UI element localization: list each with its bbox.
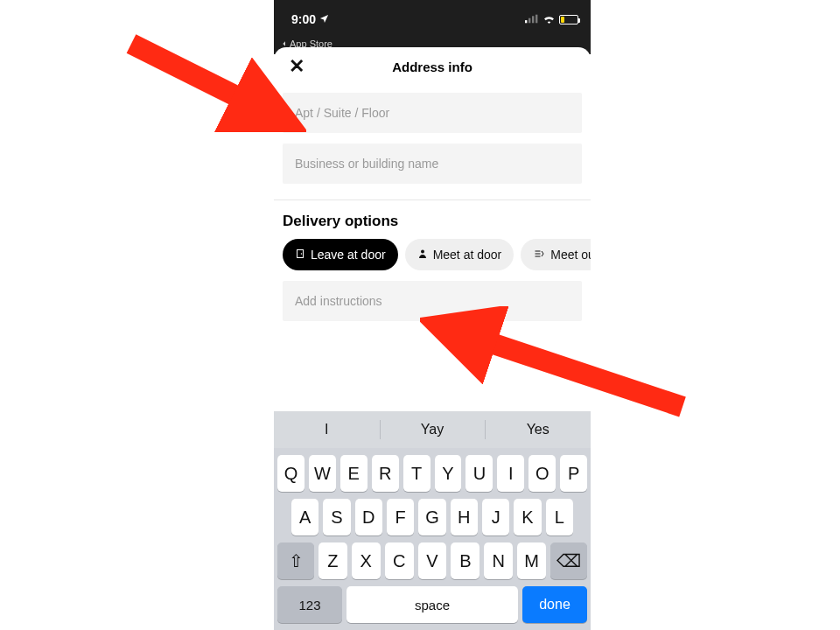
close-button[interactable]: ✕ [284,54,309,79]
location-arrow-icon [319,12,329,26]
svg-rect-1 [528,18,530,24]
outside-icon [533,248,545,262]
key-x[interactable]: X [352,542,381,579]
chevron-left-icon [281,40,288,47]
key-c[interactable]: C [385,542,414,579]
key-n[interactable]: N [484,542,513,579]
status-bar: 9:00 [274,0,591,38]
key-r[interactable]: R [372,455,399,492]
keyboard-suggestions: I Yay Yes [274,411,591,448]
apt-suite-floor-input[interactable] [283,93,582,133]
key-t[interactable]: T [403,455,430,492]
key-i[interactable]: I [497,455,524,492]
key-d[interactable]: D [355,499,382,536]
cellular-signal-icon [525,12,539,26]
suggestion-1[interactable]: I [274,411,380,448]
delivery-option-meet-outside[interactable]: Meet ou [521,239,591,270]
key-done[interactable]: done [522,586,587,623]
svg-rect-3 [536,15,537,24]
svg-rect-0 [525,20,527,23]
sheet-header: ✕ Address info [274,47,591,86]
backspace-icon: ⌫ [556,550,581,571]
keyboard-row-2: A S D F G H J K L [274,492,591,536]
delivery-options-row: Leave at door Meet at door Meet ou [274,239,591,281]
key-s[interactable]: S [323,499,350,536]
door-icon [295,248,305,262]
key-a[interactable]: A [291,499,318,536]
sheet-title: Address info [392,60,472,74]
key-y[interactable]: Y [435,455,462,492]
key-v[interactable]: V [418,542,447,579]
key-m[interactable]: M [517,542,546,579]
key-l[interactable]: L [546,499,573,536]
divider [274,200,591,200]
key-o[interactable]: O [528,455,556,492]
key-shift[interactable]: ⇧ [277,542,314,579]
key-space[interactable]: space [346,586,518,623]
keyboard-row-4: 123 space done [274,579,591,630]
suggestion-2[interactable]: Yay [380,411,486,448]
svg-point-5 [301,253,303,255]
address-fields [274,86,591,194]
key-z[interactable]: Z [318,542,347,579]
key-h[interactable]: H [451,499,478,536]
status-time: 9:00 [291,12,316,26]
phone-frame: 9:00 App Store [274,0,591,630]
key-w[interactable]: W [309,455,336,492]
svg-point-6 [421,249,424,253]
key-j[interactable]: J [482,499,509,536]
key-e[interactable]: E [340,455,368,492]
delivery-option-meet-at-door[interactable]: Meet at door [405,239,514,270]
wifi-icon [542,12,556,26]
shift-icon: ⇧ [289,550,304,571]
delivery-option-leave-at-door[interactable]: Leave at door [283,239,398,270]
key-b[interactable]: B [451,542,480,579]
key-q[interactable]: Q [277,455,304,492]
instructions-field-wrap [274,281,591,332]
address-info-sheet: ✕ Address info Delivery options Leave at… [274,47,591,630]
chip-label: Meet ou [550,248,591,262]
keyboard-row-1: Q W E R T Y U I O P [274,448,591,492]
keyboard-row-3: ⇧ Z X C V B N M ⌫ [274,536,591,579]
suggestion-3[interactable]: Yes [485,411,591,448]
battery-icon [559,15,578,24]
chip-label: Meet at door [433,248,502,262]
key-numbers[interactable]: 123 [277,586,342,623]
key-f[interactable]: F [387,499,414,536]
close-icon: ✕ [289,55,304,78]
key-backspace[interactable]: ⌫ [550,542,587,579]
svg-rect-2 [532,16,534,23]
svg-rect-4 [298,249,304,257]
ios-keyboard: I Yay Yes Q W E R T Y U I O P A S D F [274,411,591,630]
key-g[interactable]: G [418,499,445,536]
business-name-input[interactable] [283,144,582,184]
svg-line-8 [131,44,280,118]
add-instructions-input[interactable] [283,281,582,321]
delivery-options-title: Delivery options [274,213,591,239]
chip-label: Leave at door [311,248,386,262]
key-u[interactable]: U [466,455,493,492]
key-p[interactable]: P [560,455,587,492]
key-k[interactable]: K [514,499,541,536]
person-icon [417,248,428,262]
